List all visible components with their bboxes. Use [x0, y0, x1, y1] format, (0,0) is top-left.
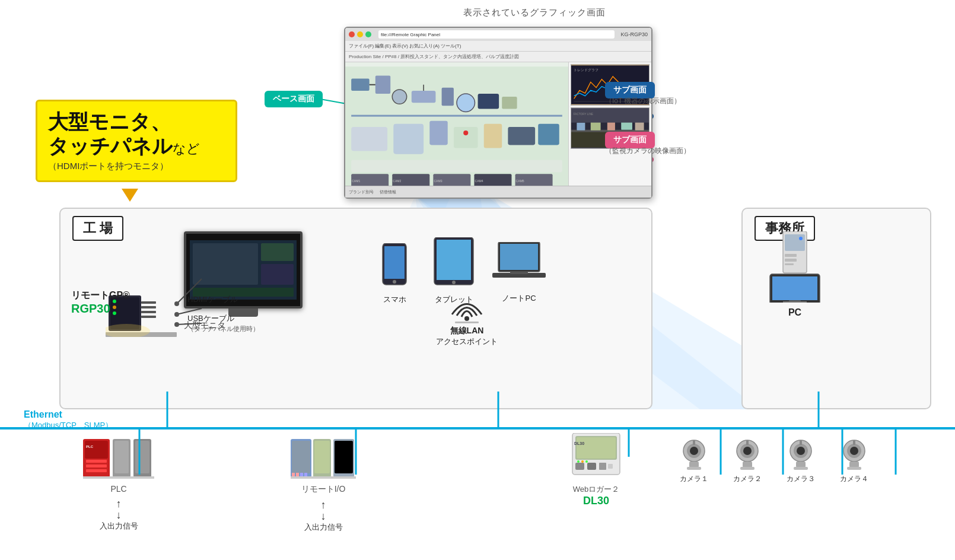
svg-rect-20 — [454, 127, 478, 148]
svg-point-156 — [797, 447, 805, 455]
svg-rect-83 — [141, 311, 156, 313]
svg-rect-133 — [577, 437, 616, 459]
svg-rect-158 — [794, 467, 808, 470]
svg-rect-125 — [335, 441, 353, 473]
svg-rect-135 — [587, 463, 596, 470]
svg-point-162 — [850, 447, 858, 455]
svg-rect-159 — [800, 440, 802, 445]
svg-rect-151 — [743, 462, 752, 467]
svg-rect-110 — [85, 441, 108, 459]
svg-rect-25 — [351, 160, 562, 172]
camera2: カメラ２ — [730, 439, 765, 484]
svg-rect-121 — [292, 441, 310, 473]
svg-rect-146 — [687, 467, 701, 470]
sub-screen1-sub: （IoT 機器の表示画面） — [605, 96, 681, 106]
svg-rect-115 — [114, 441, 129, 473]
wireless-label-line2: アクセスポイント — [436, 336, 498, 347]
sub-screen2-label: サブ画面 — [613, 135, 647, 144]
rgp-label: リモートGP® RGP30 — [71, 289, 130, 316]
browser-breadcrumb: Production Site / PP#8 — [349, 54, 397, 59]
svg-point-13 — [457, 94, 475, 112]
svg-rect-165 — [853, 440, 855, 445]
web-logger-container: DL30 Webロガー２ DL30 — [569, 433, 623, 507]
svg-rect-163 — [849, 462, 859, 467]
browser-max-btn[interactable] — [365, 31, 371, 37]
svg-rect-102 — [785, 259, 797, 262]
arrow-down-shape — [122, 189, 138, 202]
footer-label2: 切替情報 — [380, 189, 396, 195]
svg-rect-123 — [314, 441, 330, 473]
svg-rect-46 — [635, 122, 644, 131]
svg-rect-19 — [429, 121, 447, 145]
ethernet-label-line2: （Modbus/TCP、SLMP） — [24, 420, 113, 431]
svg-point-24 — [463, 131, 468, 135]
svg-rect-134 — [575, 463, 584, 470]
svg-point-138 — [577, 460, 580, 463]
svg-rect-88 — [384, 246, 405, 279]
camera1-label: カメラ１ — [676, 474, 712, 484]
wireless-label-line1: 無線LAN — [436, 326, 498, 336]
ethernet-label-line1: Ethernet — [24, 409, 113, 420]
tablet-icon — [433, 237, 475, 291]
camera2-label: カメラ２ — [730, 474, 765, 484]
sub-screen1-label: サブ画面 — [613, 85, 647, 94]
browser-close-btn[interactable] — [349, 31, 355, 37]
plc-icon: PLC — [83, 439, 154, 481]
yellow-box-title: 大型モニタ、 タッチパネルなど — [48, 110, 225, 158]
svg-text:CAM2: CAM2 — [393, 179, 401, 183]
svg-rect-117 — [135, 441, 149, 473]
svg-rect-130 — [304, 473, 307, 476]
svg-rect-12 — [442, 88, 454, 106]
svg-rect-157 — [796, 462, 806, 467]
browser-menu: ファイル(F) 編集(E) 表示(V) お気に入り(A) ツール(T) — [349, 43, 461, 49]
yellow-box: 大型モニタ、 タッチパネルなど （HDMIポートを持つモニタ） — [36, 100, 237, 182]
browser-url: file:///Remote Graphic Panel — [381, 32, 440, 37]
svg-rect-100 — [785, 234, 805, 251]
yellow-box-line2-bold: タッチパネル — [48, 135, 173, 157]
usb-cable-line2: （タッチパネル使用時） — [187, 325, 259, 332]
svg-rect-18 — [393, 124, 424, 154]
svg-rect-16 — [351, 115, 562, 117]
io-arrow-up2: ↑ — [321, 499, 326, 510]
svg-rect-94 — [500, 244, 538, 270]
browser-toolbar: ファイル(F) 編集(E) 表示(V) お気に入り(A) ツール(T) — [345, 41, 651, 52]
svg-point-139 — [581, 460, 584, 463]
svg-rect-74 — [261, 264, 294, 285]
svg-point-144 — [690, 447, 698, 455]
svg-rect-112 — [86, 464, 107, 467]
svg-rect-111 — [86, 460, 107, 463]
usb-cable-line1: USBケーブル — [187, 314, 234, 323]
remote-io-label-io: 入出力信号 — [304, 522, 343, 533]
browser-window: file:///Remote Graphic Panel KG-RGP30 ファ… — [344, 27, 652, 199]
svg-rect-147 — [693, 440, 695, 445]
svg-point-89 — [393, 280, 396, 284]
svg-rect-126 — [291, 476, 356, 479]
svg-rect-7 — [375, 76, 390, 94]
io-arrow-down2: ↓ — [321, 511, 326, 521]
svg-text:FACTORY LINE: FACTORY LINE — [574, 113, 593, 116]
notebook-icon — [492, 242, 546, 289]
svg-rect-22 — [508, 127, 535, 145]
browser-min-btn[interactable] — [357, 31, 363, 37]
wireless-container: 無線LAN アクセスポイント — [436, 291, 498, 347]
io-arrow-down: ↓ — [116, 510, 122, 520]
svg-rect-84 — [141, 316, 156, 318]
pc-container: PC — [765, 231, 825, 318]
notebook-label: ノートPC — [492, 293, 546, 304]
browser-addressbar: file:///Remote Graphic Panel — [378, 30, 615, 39]
factory-label: 工 場 — [72, 216, 123, 241]
svg-point-104 — [799, 237, 803, 240]
hdmi-cable-label: HDMIケーブル — [187, 294, 238, 305]
remote-io-icon — [291, 439, 356, 481]
svg-rect-153 — [746, 440, 749, 445]
browser-title: KG-RGP30 — [620, 31, 648, 37]
svg-point-86 — [106, 324, 150, 337]
camera3: カメラ３ — [783, 439, 819, 484]
smartphone-container: スマホ — [380, 243, 409, 305]
notebook-container: ノートPC — [492, 242, 546, 304]
io-arrow-up: ↑ — [116, 498, 122, 509]
svg-rect-10 — [412, 91, 436, 103]
svg-rect-101 — [785, 254, 797, 257]
svg-rect-98 — [455, 322, 479, 323]
svg-rect-21 — [484, 124, 502, 148]
